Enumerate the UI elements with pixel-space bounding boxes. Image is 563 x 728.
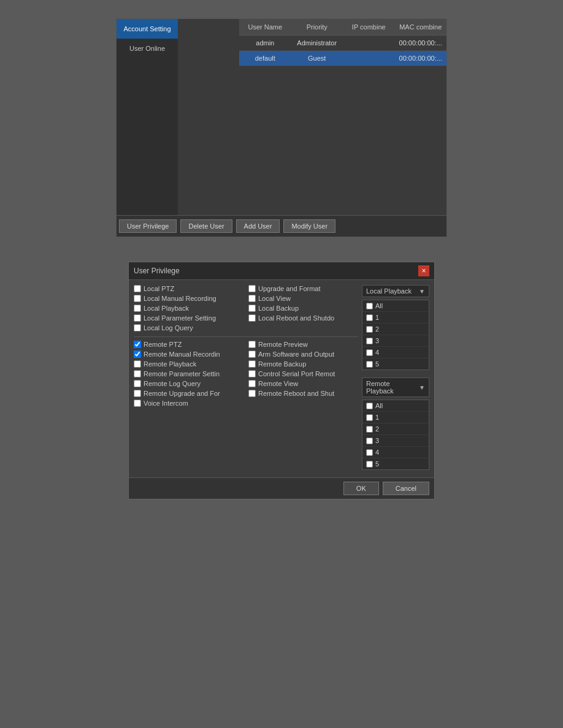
remote-channel-4-checkbox[interactable] <box>366 449 373 456</box>
upgrade-format-item: Upgrade and Format <box>248 285 358 292</box>
local-channel-2-checkbox[interactable] <box>366 326 373 333</box>
remote-channel-3-label: 3 <box>375 437 379 444</box>
local-channel-all[interactable]: All <box>362 300 429 312</box>
remote-privileges-section: Remote PTZ Remote Preview Remote Manual … <box>134 341 358 407</box>
remote-ptz-checkbox[interactable] <box>134 341 141 348</box>
local-ptz-item: Local PTZ <box>134 285 243 292</box>
remote-ptz-label: Remote PTZ <box>144 341 182 348</box>
account-sidebar: Account Setting User Online <box>117 19 178 215</box>
remote-backup-checkbox[interactable] <box>248 360 256 368</box>
local-channel-4[interactable]: 4 <box>362 347 429 358</box>
remote-channel-3-checkbox[interactable] <box>366 438 373 444</box>
remote-channel-1-label: 1 <box>375 414 379 421</box>
col-priority: Priority <box>291 22 343 32</box>
remote-upgrade-label: Remote Upgrade and For <box>144 390 220 397</box>
remote-backup-item: Remote Backup <box>248 360 358 368</box>
local-log-label: Local Log Query <box>144 324 193 332</box>
local-ptz-checkbox[interactable] <box>134 285 141 292</box>
local-channel-4-checkbox[interactable] <box>366 349 373 356</box>
local-backup-item: Local Backup <box>248 305 358 312</box>
upgrade-format-checkbox[interactable] <box>248 285 256 292</box>
remote-channel-3[interactable]: 3 <box>362 435 429 447</box>
local-playback-checkbox[interactable] <box>134 305 141 312</box>
sidebar-item-user-online[interactable]: User Online <box>117 39 178 58</box>
arm-software-item: Arm Software and Output <box>248 351 358 358</box>
local-channel-5-label: 5 <box>375 360 379 368</box>
remote-ptz-item: Remote PTZ <box>134 341 243 348</box>
remote-upgrade-checkbox[interactable] <box>134 390 141 397</box>
dialog-title: User Privilege <box>134 267 180 275</box>
local-playback-dropdown[interactable]: Local Playback ▼ <box>362 285 429 297</box>
local-param-label: Local Parameter Setting <box>144 314 216 322</box>
cell-priority: Guest <box>291 53 343 63</box>
control-serial-checkbox[interactable] <box>248 370 256 377</box>
local-channel-1-checkbox[interactable] <box>366 314 373 321</box>
remote-channel-2[interactable]: 2 <box>362 423 429 435</box>
local-view-label: Local View <box>258 295 291 302</box>
local-playback-label: Local Playback <box>144 305 189 312</box>
remote-log-label: Remote Log Query <box>144 380 201 387</box>
table-row[interactable]: admin Administrator 00:00:00:00:... <box>239 36 446 51</box>
local-channel-5-checkbox[interactable] <box>366 361 373 368</box>
sidebar-item-account-setting[interactable]: Account Setting <box>117 19 178 39</box>
arm-software-checkbox[interactable] <box>248 351 256 358</box>
remote-playback-dropdown-label: Remote Playback <box>366 380 419 395</box>
ok-button[interactable]: OK <box>343 482 379 495</box>
account-panel: Account Setting User Online User Name Pr… <box>116 18 447 237</box>
user-privilege-dialog: User Privilege × Local PTZ Upgrade and F… <box>128 262 435 499</box>
dialog-close-button[interactable]: × <box>418 265 429 276</box>
local-reboot-item: Local Reboot and Shutdo <box>248 314 358 322</box>
remote-playback-label: Remote Playback <box>144 360 196 368</box>
add-user-button[interactable]: Add User <box>236 219 280 233</box>
remote-channel-all-checkbox[interactable] <box>366 403 373 409</box>
local-backup-label: Local Backup <box>258 305 299 312</box>
local-manual-rec-checkbox[interactable] <box>134 295 141 302</box>
remote-view-item: Remote View <box>248 380 358 387</box>
local-channel-3-label: 3 <box>375 337 379 344</box>
remote-channel-4-label: 4 <box>375 449 379 456</box>
delete-user-button[interactable]: Delete User <box>180 219 232 233</box>
cancel-button[interactable]: Cancel <box>383 482 429 495</box>
voice-intercom-checkbox[interactable] <box>134 400 141 407</box>
local-channel-3[interactable]: 3 <box>362 335 429 347</box>
remote-preview-label: Remote Preview <box>258 341 308 348</box>
local-channel-1[interactable]: 1 <box>362 312 429 324</box>
local-channel-all-checkbox[interactable] <box>366 303 373 309</box>
local-log-checkbox[interactable] <box>134 324 141 332</box>
local-reboot-label: Local Reboot and Shutdo <box>258 314 334 322</box>
local-view-checkbox[interactable] <box>248 295 256 302</box>
remote-channel-5[interactable]: 5 <box>362 458 429 469</box>
remote-playback-dropdown[interactable]: Remote Playback ▼ <box>362 377 429 397</box>
remote-param-checkbox[interactable] <box>134 370 141 377</box>
remote-manual-rec-checkbox[interactable] <box>134 351 141 358</box>
remote-view-label: Remote View <box>258 380 298 387</box>
remote-log-checkbox[interactable] <box>134 380 141 387</box>
cell-username: default <box>239 53 291 63</box>
remote-preview-checkbox[interactable] <box>248 341 256 348</box>
dialog-titlebar: User Privilege × <box>129 262 434 280</box>
local-backup-checkbox[interactable] <box>248 305 256 312</box>
remote-channel-1[interactable]: 1 <box>362 412 429 423</box>
remote-channel-2-checkbox[interactable] <box>366 426 373 433</box>
remote-channel-4[interactable]: 4 <box>362 447 429 458</box>
remote-channel-all[interactable]: All <box>362 400 429 412</box>
local-channel-5[interactable]: 5 <box>362 358 429 370</box>
dialog-body: Local PTZ Upgrade and Format Local Manua… <box>129 280 434 477</box>
dialog-footer: OK Cancel <box>129 477 434 499</box>
remote-channel-2-label: 2 <box>375 425 379 433</box>
remote-upgrade-item: Remote Upgrade and For <box>134 390 243 397</box>
remote-playback-checkbox[interactable] <box>134 360 141 368</box>
local-param-checkbox[interactable] <box>134 314 141 322</box>
remote-channel-all-label: All <box>375 402 383 409</box>
modify-user-button[interactable]: Modify User <box>283 219 335 233</box>
arm-software-label: Arm Software and Output <box>258 351 334 358</box>
remote-channel-1-checkbox[interactable] <box>366 414 373 421</box>
remote-channel-5-checkbox[interactable] <box>366 461 373 468</box>
user-privilege-button[interactable]: User Privilege <box>119 219 177 233</box>
local-channel-2[interactable]: 2 <box>362 324 429 335</box>
local-reboot-checkbox[interactable] <box>248 314 256 322</box>
remote-reboot-checkbox[interactable] <box>248 390 256 397</box>
local-channel-3-checkbox[interactable] <box>366 338 373 344</box>
remote-view-checkbox[interactable] <box>248 380 256 387</box>
table-row[interactable]: default Guest 00:00:00:00:... <box>239 51 446 66</box>
